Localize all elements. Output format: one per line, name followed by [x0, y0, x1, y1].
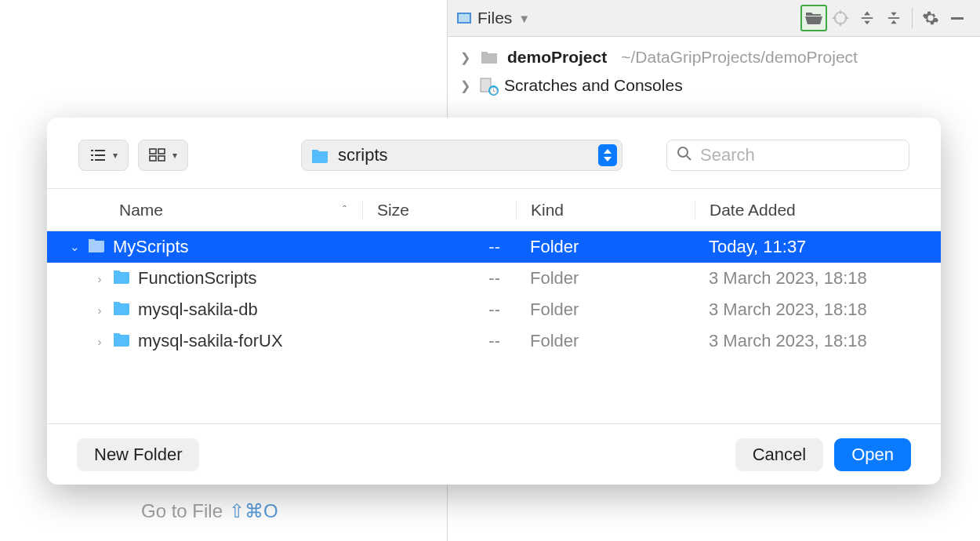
chevron-down-icon[interactable]: ▼ — [518, 12, 530, 25]
expand-all-icon[interactable] — [854, 5, 880, 31]
new-folder-button[interactable]: New Folder — [77, 438, 199, 471]
project-tree: ❯ demoProject ~/DataGripProjects/demoPro… — [448, 37, 980, 106]
file-date: Today, 11:37 — [695, 237, 941, 257]
go-to-file-text: Go to File — [141, 500, 223, 522]
panel-icon — [457, 13, 471, 24]
svg-rect-5 — [150, 156, 156, 161]
cancel-button[interactable]: Cancel — [735, 438, 823, 471]
open-button[interactable]: Open — [834, 438, 911, 471]
files-toolbar: Files ▼ — [448, 0, 980, 37]
scratches-icon: 🕓 — [479, 78, 496, 93]
go-to-file-hint: Go to File ⇧⌘O — [141, 500, 278, 522]
chevron-right-icon[interactable]: ❯ — [460, 50, 471, 65]
folder-icon — [111, 331, 132, 351]
chevron-right-icon[interactable]: › — [94, 335, 105, 348]
list-view-button[interactable]: ▾ — [78, 140, 129, 171]
folder-icon — [86, 237, 107, 257]
file-date: 3 March 2023, 18:18 — [695, 331, 941, 351]
folder-icon — [111, 268, 132, 289]
list-header-row: Name ˆ Size Kind Date Added — [47, 189, 941, 231]
file-name: MyScripts — [113, 237, 189, 257]
file-kind: Folder — [516, 268, 695, 289]
search-placeholder: Search — [700, 145, 755, 165]
file-size: -- — [362, 268, 516, 289]
col-header-date[interactable]: Date Added — [695, 201, 941, 220]
collapse-all-icon[interactable] — [880, 5, 907, 31]
file-size: -- — [362, 237, 516, 257]
svg-point-0 — [835, 13, 847, 24]
file-name: mysql-sakila-forUX — [138, 331, 283, 351]
folder-icon — [111, 300, 132, 320]
dialog-toolbar: ▾ ▾ scripts Search — [47, 118, 941, 188]
svg-rect-4 — [158, 149, 165, 154]
sort-ascending-icon: ˆ — [343, 204, 347, 216]
file-kind: Folder — [516, 300, 695, 320]
chevron-right-icon[interactable]: ❯ — [460, 78, 471, 93]
grid-view-button[interactable]: ▾ — [138, 140, 188, 171]
folder-icon — [479, 49, 499, 65]
project-path: ~/DataGripProjects/demoProject — [621, 48, 858, 67]
col-header-size[interactable]: Size — [362, 201, 516, 220]
svg-rect-1 — [951, 17, 964, 20]
file-row[interactable]: ⌄MyScripts--FolderToday, 11:37 — [47, 231, 941, 263]
gear-icon[interactable] — [917, 5, 944, 31]
target-icon[interactable] — [827, 5, 854, 31]
chevron-right-icon[interactable]: › — [94, 303, 105, 317]
file-size: -- — [362, 331, 516, 351]
toolbar-divider — [912, 8, 913, 28]
svg-point-7 — [678, 147, 688, 157]
folder-icon — [310, 147, 330, 163]
search-input[interactable]: Search — [666, 140, 909, 171]
dialog-footer: New Folder Cancel Open — [47, 423, 941, 485]
path-stepper-icon[interactable] — [598, 144, 617, 166]
open-folder-button[interactable] — [800, 5, 827, 31]
project-name: demoProject — [507, 48, 607, 67]
file-list: ⌄MyScripts--FolderToday, 11:37›FunctionS… — [47, 231, 941, 423]
col-header-kind[interactable]: Kind — [516, 201, 695, 220]
file-size: -- — [362, 300, 516, 320]
chevron-right-icon[interactable]: › — [94, 272, 105, 285]
chevron-down-icon[interactable]: ⌄ — [69, 240, 80, 254]
project-root-row[interactable]: ❯ demoProject ~/DataGripProjects/demoPro… — [448, 43, 980, 71]
file-name: FunctionScripts — [138, 268, 257, 289]
files-panel-title: Files — [477, 9, 512, 27]
svg-rect-3 — [150, 149, 156, 154]
file-row[interactable]: ›mysql-sakila-forUX--Folder3 March 2023,… — [47, 325, 941, 357]
chevron-down-icon: ▾ — [172, 150, 177, 161]
file-row[interactable]: ›FunctionScripts--Folder3 March 2023, 18… — [47, 263, 941, 294]
scratches-label: Scratches and Consoles — [504, 76, 683, 95]
file-row[interactable]: ›mysql-sakila-db--Folder3 March 2023, 18… — [47, 294, 941, 325]
chevron-down-icon: ▾ — [113, 150, 118, 161]
go-to-file-shortcut: ⇧⌘O — [229, 500, 278, 522]
svg-rect-6 — [158, 156, 165, 161]
path-dropdown[interactable]: scripts — [301, 140, 622, 171]
col-header-name[interactable]: Name ˆ — [47, 201, 362, 220]
file-chooser-dialog: ▾ ▾ scripts Search Name ˆ — [47, 118, 941, 485]
minimize-icon[interactable] — [944, 5, 971, 31]
search-icon — [677, 146, 692, 165]
current-path: scripts — [338, 145, 590, 165]
file-name: mysql-sakila-db — [138, 300, 258, 320]
scratches-row[interactable]: ❯ 🕓 Scratches and Consoles — [448, 71, 980, 100]
file-kind: Folder — [516, 237, 695, 257]
file-kind: Folder — [516, 331, 695, 351]
file-date: 3 March 2023, 18:18 — [695, 268, 941, 289]
file-date: 3 March 2023, 18:18 — [695, 300, 941, 320]
